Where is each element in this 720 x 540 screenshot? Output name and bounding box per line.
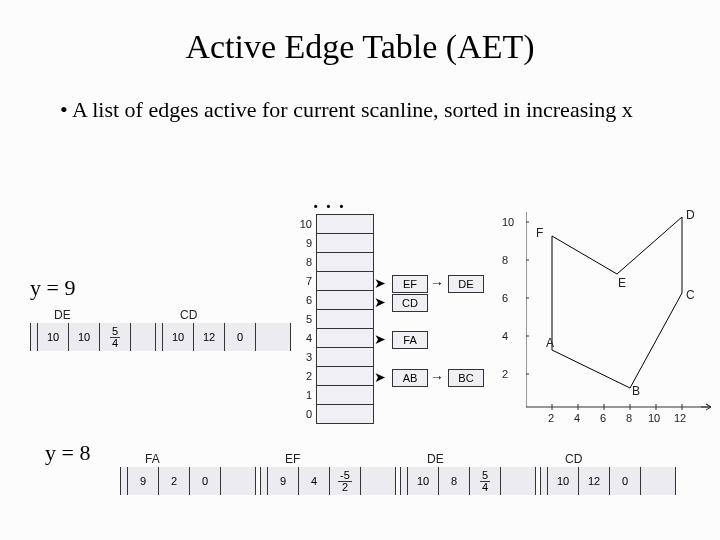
cell: 10 [408,467,439,495]
bucket-table: • • • 10 9 8 7 6 5 4 3 2 1 0 [290,200,374,423]
cell: 54 [100,323,131,351]
xtick: 8 [626,412,632,424]
ellipsis-icon: • • • [290,200,370,214]
arrow-right-icon: ➤ [374,275,386,291]
cell: 2 [159,467,190,495]
bucket-num: 9 [290,237,316,249]
polygon-plot: 10 8 6 4 2 2 4 6 8 10 12 A B C D E F [502,210,702,420]
bullet-text: • A list of edges active for current sca… [60,96,680,125]
ytick: 4 [502,330,508,342]
cell: 0 [225,323,256,351]
page-title: Active Edge Table (AET) [0,28,720,66]
pointer [221,467,256,495]
node-label-cd8: CD [565,452,582,466]
ytick: 2 [502,368,508,380]
arrow-right-icon: ➤ [374,331,386,347]
bucket-num: 3 [290,351,316,363]
pointer [501,467,536,495]
node-de-9: 10 10 54 [30,323,166,351]
xtick: 6 [600,412,606,424]
edge-cd: CD [392,294,428,312]
arrow-right-icon: ➤ [374,369,386,385]
edge-bc: BC [448,369,484,387]
bucket-num: 0 [290,408,316,420]
cell: 8 [439,467,470,495]
edge-fa: FA [392,331,428,349]
node-cd-8: 10 12 0 [540,467,676,495]
node-cd-9: 10 12 0 [155,323,291,351]
bucket-num: 7 [290,275,316,287]
arrow-right-icon: → [430,275,444,291]
bullet-content: A list of edges active for current scanl… [72,97,633,122]
edge-de: DE [448,275,484,293]
pointer [256,323,291,351]
pt-a: A [546,336,554,350]
cell: 10 [38,323,69,351]
pt-f: F [536,226,543,240]
node-fa-8: 9 2 0 [120,467,256,495]
cell: 10 [69,323,100,351]
cell: 54 [470,467,501,495]
xtick: 10 [648,412,660,424]
ytick: 8 [502,254,508,266]
cell: 0 [610,467,641,495]
node-ef-8: 9 4 -52 [260,467,396,495]
bucket-num: 4 [290,332,316,344]
pt-c: C [686,288,695,302]
cell: 10 [163,323,194,351]
node-label-de8: DE [427,452,444,466]
arrow-right-icon: → [430,369,444,385]
cell: 9 [128,467,159,495]
arrow-right-icon: ➤ [374,294,386,310]
node-label-ef: EF [285,452,300,466]
pt-d: D [686,208,695,222]
pointer [641,467,676,495]
cell: 10 [548,467,579,495]
y8-label: y = 8 [45,440,90,466]
pt-e: E [618,276,626,290]
xtick: 2 [548,412,554,424]
bucket-num: 5 [290,313,316,325]
ytick: 10 [502,216,514,228]
node-label-de: DE [54,308,71,322]
cell: 9 [268,467,299,495]
bucket-num: 2 [290,370,316,382]
cell: -52 [330,467,361,495]
pt-b: B [632,384,640,398]
xtick: 4 [574,412,580,424]
pointer [361,467,396,495]
cell: 4 [299,467,330,495]
edge-ab: AB [392,369,428,387]
edge-ef: EF [392,275,428,293]
node-label-cd: CD [180,308,197,322]
polygon-svg [526,212,711,412]
bucket-num: 10 [290,218,316,230]
bucket-num: 1 [290,389,316,401]
ytick: 6 [502,292,508,304]
cell: 12 [579,467,610,495]
bucket-num: 8 [290,256,316,268]
cell: 0 [190,467,221,495]
cell: 12 [194,323,225,351]
y9-label: y = 9 [30,275,75,301]
node-de-8: 10 8 54 [400,467,536,495]
node-label-fa: FA [145,452,160,466]
xtick: 12 [674,412,686,424]
bucket-num: 6 [290,294,316,306]
